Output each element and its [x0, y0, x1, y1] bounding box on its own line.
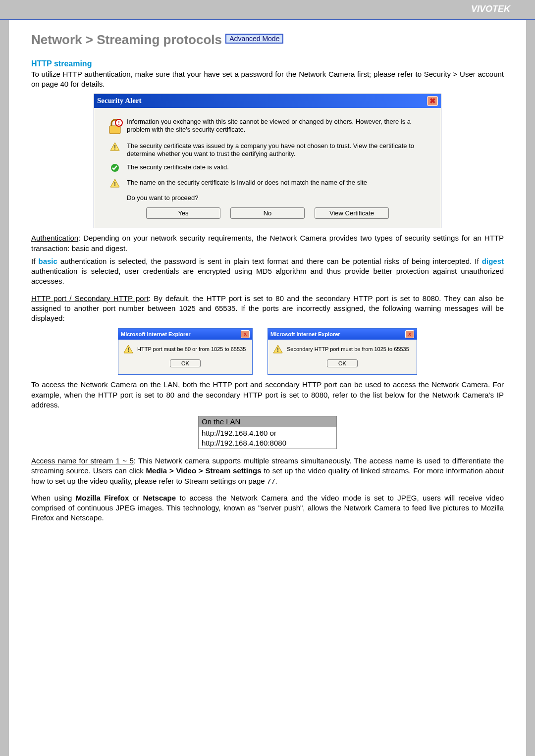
security-alert-dialog: Security Alert ✖ ! Information you excha… — [94, 94, 441, 229]
access-para: To access the Network Camera on the LAN,… — [31, 380, 504, 410]
svg-rect-0 — [109, 126, 120, 134]
alert-line-2: The security certificate date is valid. — [127, 163, 432, 172]
warning-triangle-icon: ! — [123, 345, 133, 353]
page-header: VIVOTEK — [0, 0, 535, 19]
close-icon[interactable]: ✖ — [427, 96, 438, 106]
ie-msg-2: Secondary HTTP port must be from 1025 to… — [287, 346, 409, 352]
firefox-para: When using Mozilla Firefox or Netscape t… — [31, 493, 504, 523]
close-icon[interactable]: x — [405, 330, 414, 338]
port-heading: HTTP port / Secondary HTTP port — [31, 294, 149, 302]
ie-dialog-title: Microsoft Internet Explorer — [270, 331, 340, 337]
svg-text:!: ! — [114, 181, 116, 188]
lan-table: On the LAN http://192.168.4.160 or http:… — [198, 416, 337, 449]
intro-paragraph: To utilize HTTP authentication, make sur… — [31, 69, 504, 90]
svg-text:!: ! — [127, 347, 129, 353]
dialog-titlebar: Security Alert ✖ — [94, 94, 441, 108]
svg-text:!: ! — [118, 120, 120, 126]
stream-heading: Access name for stream 1 ~ 5 — [31, 456, 134, 465]
ie-msg-1: HTTP port must be 80 or from 1025 to 655… — [137, 346, 246, 352]
warning-triangle-icon: ! — [273, 345, 283, 353]
brand-label: VIVOTEK — [471, 4, 510, 14]
basic-link: basic — [38, 257, 57, 265]
view-certificate-button[interactable]: View Certificate — [315, 207, 389, 219]
lock-warning-icon: ! — [103, 118, 127, 137]
lan-table-header: On the LAN — [198, 416, 337, 427]
ok-button[interactable]: OK — [327, 359, 358, 367]
stream-settings-bold: Media > Video > Stream settings — [146, 466, 262, 475]
ok-button[interactable]: OK — [170, 359, 201, 367]
digest-link: digest — [482, 257, 504, 265]
page-title: Network > Streaming protocols Advanced M… — [31, 32, 504, 48]
ie-dialog-title: Microsoft Internet Explorer — [121, 331, 191, 337]
dialog-title: Security Alert — [97, 97, 142, 105]
http-streaming-heading: HTTP streaming — [31, 59, 504, 68]
warning-triangle-icon: ! — [103, 179, 127, 189]
close-icon[interactable]: x — [241, 330, 250, 338]
svg-text:!: ! — [277, 347, 279, 353]
port-para: HTTP port / Secondary HTTP port: By defa… — [31, 294, 504, 324]
check-circle-icon — [103, 163, 127, 174]
stream-para: Access name for stream 1 ~ 5: This Netwo… — [31, 456, 504, 486]
yes-button[interactable]: Yes — [146, 207, 220, 219]
authentication-para-2: If basic authentication is selected, the… — [31, 256, 504, 287]
proceed-text: Do you want to proceed? — [127, 194, 432, 202]
alert-line-3: The name on the security certificate is … — [127, 179, 432, 187]
ie-warning-dialog-1: Microsoft Internet Explorer x ! HTTP por… — [118, 328, 253, 375]
no-button[interactable]: No — [230, 207, 305, 219]
content-area: Network > Streaming protocols Advanced M… — [9, 20, 526, 756]
warning-triangle-icon: ! — [103, 142, 127, 152]
authentication-heading: Authentication — [31, 234, 78, 242]
page-title-text: Network > Streaming protocols — [31, 32, 222, 47]
ie-warning-dialog-2: Microsoft Internet Explorer x ! Secondar… — [268, 328, 417, 375]
advanced-mode-badge: Advanced Mode — [225, 34, 283, 44]
lan-table-cell: http://192.168.4.160 or http://192.168.4… — [198, 427, 337, 449]
alert-main-text: Information you exchange with this site … — [127, 118, 432, 135]
alert-line-1: The security certificate was issued by a… — [127, 142, 432, 159]
svg-text:!: ! — [114, 144, 116, 151]
authentication-para-1: Authentication: Depending on your networ… — [31, 233, 504, 253]
